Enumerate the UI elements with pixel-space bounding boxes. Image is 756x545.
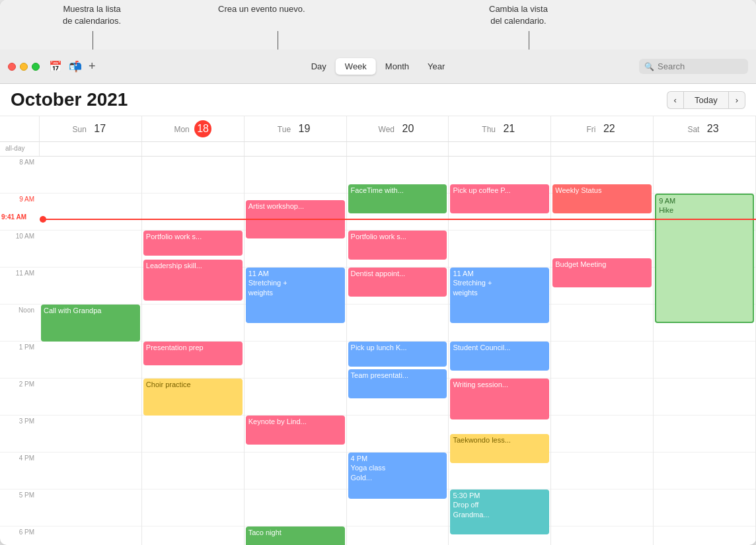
day-column-sat: 9 AM Hike7 PM7 PM <box>654 157 756 545</box>
days-header: Sun 17 Mon 18 Tue 19 Wed 20 Thu 21 Fri 2… <box>0 116 756 142</box>
calendar-header: October 2021 ‹ Today › <box>0 84 756 116</box>
allday-sat <box>654 142 756 156</box>
callout-line-calendars <box>93 31 93 50</box>
allday-thu <box>449 142 551 156</box>
inbox-icon[interactable]: 📬 <box>69 60 82 73</box>
event-mon-presentati[interactable]: Presentation prep <box>143 342 243 365</box>
tab-year[interactable]: Year <box>418 58 454 75</box>
day-header-tue: Tue 19 <box>245 116 347 141</box>
event-sat-9-am-hike[interactable]: 9 AM Hike <box>655 194 754 323</box>
event-tue-keynote-by[interactable]: Keynote by Lind... <box>246 416 345 445</box>
titlebar: 📅 📬 + Day Week Month Year 🔍 <box>0 50 756 84</box>
day-header-thu: Thu 21 <box>449 116 551 141</box>
allday-fri <box>551 142 654 156</box>
tab-week[interactable]: Week <box>336 58 376 75</box>
allday-sun <box>40 142 142 156</box>
allday-tue <box>245 142 347 156</box>
time-label-2-pm: 2 PM <box>0 379 40 416</box>
time-label-6-pm: 6 PM <box>0 527 40 545</box>
maximize-button[interactable] <box>32 63 40 71</box>
day-header-wed: Wed 20 <box>347 116 449 141</box>
day-header-mon: Mon 18 <box>142 116 245 141</box>
today-button[interactable]: Today <box>683 91 729 109</box>
event-wed-facetime-w[interactable]: FaceTime with... <box>348 184 447 213</box>
app-window: Muestra la lista de calendarios. Crea un… <box>0 0 756 545</box>
day-column-tue: Artist workshop...11 AM Stretching + wei… <box>245 157 347 545</box>
toolbar-icons: 📅 📬 + <box>49 59 96 73</box>
allday-wed <box>347 142 449 156</box>
callout-line-view <box>529 31 529 50</box>
nav-tabs: Day Week Month Year <box>302 58 455 75</box>
event-tue-11-am-stre[interactable]: 11 AM Stretching + weights <box>246 268 345 323</box>
event-fri-weekly-sta[interactable]: Weekly Status <box>552 184 652 213</box>
allday-label: all-day <box>0 142 40 156</box>
event-thu-writing-se[interactable]: Writing session... <box>450 379 549 419</box>
minimize-button[interactable] <box>20 63 28 71</box>
event-fri-budget-mee[interactable]: Budget Meeting <box>552 258 652 287</box>
search-icon: 🔍 <box>644 62 654 71</box>
allday-row: all-day <box>0 142 756 157</box>
day-column-mon: Portfolio work s...Leadership skill...Pr… <box>142 157 245 545</box>
search-input[interactable] <box>658 61 737 71</box>
time-label-noon: Noon <box>0 305 40 342</box>
event-thu-taekwondo-[interactable]: Taekwondo less... <box>450 434 549 463</box>
add-event-icon[interactable]: + <box>89 59 96 73</box>
event-thu-5:30-pm-dr[interactable]: 5:30 PM Drop off Grandma... <box>450 490 549 534</box>
nav-buttons: ‹ Today › <box>667 91 745 109</box>
event-wed-team-prese[interactable]: Team presentati... <box>348 369 447 398</box>
time-label-11-am: 11 AM <box>0 268 40 305</box>
calendar-title: October 2021 <box>11 89 667 110</box>
time-labels: 8 AM9 AM10 AM11 AMNoon1 PM2 PM3 PM4 PM5 … <box>0 157 40 545</box>
event-wed-pick-up-lu[interactable]: Pick up lunch K... <box>348 342 447 367</box>
time-grid-scroll[interactable]: 8 AM9 AM10 AM11 AMNoon1 PM2 PM3 PM4 PM5 … <box>0 157 756 545</box>
time-label-4-pm: 4 PM <box>0 453 40 490</box>
calendar-icon[interactable]: 📅 <box>49 60 62 73</box>
time-label-9-am: 9 AM <box>0 194 40 231</box>
search-box[interactable]: 🔍 <box>639 59 748 74</box>
callout-line-new-event <box>278 31 278 50</box>
event-sun-call-with-[interactable]: Call with Grandpa <box>41 305 140 342</box>
event-thu-student-co[interactable]: Student Council... <box>450 342 549 371</box>
time-grid: 8 AM9 AM10 AM11 AMNoon1 PM2 PM3 PM4 PM5 … <box>0 157 756 545</box>
time-label-5-pm: 5 PM <box>0 490 40 527</box>
time-label-1-pm: 1 PM <box>0 342 40 379</box>
event-thu-pick-up-co[interactable]: Pick up coffee P... <box>450 184 549 213</box>
day-column-sun: Call with Grandpa <box>40 157 142 545</box>
event-mon-choir-prac[interactable]: Choir practice <box>143 379 243 416</box>
event-thu-11-am-stre[interactable]: 11 AM Stretching + weights <box>450 268 549 323</box>
event-mon-leadership[interactable]: Leadership skill... <box>143 260 243 301</box>
tab-month[interactable]: Month <box>376 58 418 75</box>
event-tue-artist-wor[interactable]: Artist workshop... <box>246 200 345 238</box>
close-button[interactable] <box>8 63 16 71</box>
tooltip-new-event: Crea un evento nuevo. <box>218 3 305 15</box>
day-header-sat: Sat 23 <box>654 116 756 141</box>
next-button[interactable]: › <box>729 91 745 109</box>
event-wed-4-pm-yoga-[interactable]: 4 PM Yoga class Gold... <box>348 453 447 499</box>
day-column-fri: Weekly StatusBudget Meeting <box>551 157 654 545</box>
day-column-wed: FaceTime with...Portfolio work s...Denti… <box>347 157 449 545</box>
event-wed-portfolio-[interactable]: Portfolio work s... <box>348 231 447 260</box>
event-tue-taco-night[interactable]: Taco night <box>246 527 345 545</box>
tooltip-calendars: Muestra la lista de calendarios. <box>63 3 121 27</box>
tooltip-view: Cambia la vista del calendario. <box>489 3 548 27</box>
event-wed-dentist-ap[interactable]: Dentist appoint... <box>348 268 447 297</box>
time-label-10-am: 10 AM <box>0 231 40 268</box>
tab-day[interactable]: Day <box>302 58 336 75</box>
time-label-8-am: 8 AM <box>0 157 40 194</box>
day-column-thu: Pick up coffee P...11 AM Stretching + we… <box>449 157 551 545</box>
allday-mon <box>142 142 245 156</box>
time-col-header <box>0 116 40 141</box>
time-label-3-pm: 3 PM <box>0 416 40 453</box>
traffic-lights <box>8 63 40 71</box>
event-mon-portfolio-[interactable]: Portfolio work s... <box>143 231 243 256</box>
day-header-fri: Fri 22 <box>551 116 654 141</box>
prev-button[interactable]: ‹ <box>667 91 683 109</box>
tooltip-area: Muestra la lista de calendarios. Crea un… <box>0 0 756 50</box>
day-header-sun: Sun 17 <box>40 116 142 141</box>
